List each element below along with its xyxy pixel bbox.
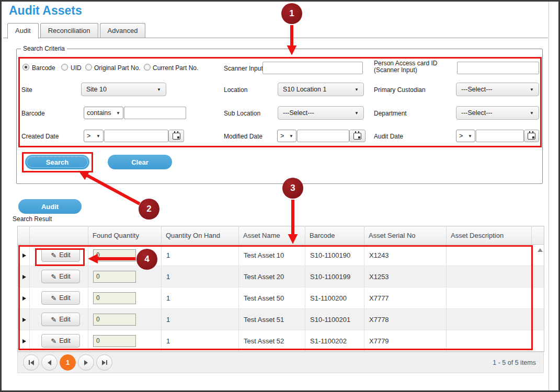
search-result-table: Found Quantity Quantity On Hand Asset Na… xyxy=(17,226,544,352)
table-row: ✎Edit 1 Test Asset 50 S1-1100200 X7777 xyxy=(18,287,544,309)
created-date-operator-select[interactable]: > ▼ xyxy=(84,130,104,142)
header-found-quantity[interactable]: Found Quantity xyxy=(88,226,162,245)
cell-quantity-on-hand: 1 xyxy=(162,287,239,309)
cell-asset-serial-no: X7779 xyxy=(364,330,447,352)
row-expand-icon[interactable] xyxy=(22,339,26,343)
calendar-icon xyxy=(353,133,361,140)
pager-next-button[interactable] xyxy=(78,354,94,371)
found-quantity-input[interactable] xyxy=(93,335,136,347)
header-asset-serial-no[interactable]: Asset Serial No xyxy=(364,226,447,245)
row-expand-icon[interactable] xyxy=(22,296,26,301)
audit-date-calendar-button[interactable] xyxy=(524,130,539,142)
cell-asset-description xyxy=(447,287,532,309)
edit-button[interactable]: ✎Edit xyxy=(41,313,80,326)
radio-barcode[interactable] xyxy=(22,64,29,71)
found-quantity-input[interactable] xyxy=(93,314,136,326)
chevron-down-icon: ▼ xyxy=(157,87,161,92)
next-arrow-icon xyxy=(102,360,106,365)
edit-button[interactable]: ✎Edit xyxy=(41,248,80,262)
annotation-circle-2: 2 xyxy=(139,199,159,220)
found-quantity-input[interactable] xyxy=(93,292,136,304)
barcode-field[interactable] xyxy=(124,107,186,119)
chevron-down-icon: ▼ xyxy=(355,111,359,116)
row-expand-icon[interactable] xyxy=(22,275,26,279)
scanner-input-field[interactable] xyxy=(262,62,363,74)
next-arrow-icon xyxy=(84,360,88,365)
chevron-down-icon: ▼ xyxy=(355,87,359,92)
cell-barcode: S1-1100200 xyxy=(305,287,364,309)
cell-barcode: S10-1100201 xyxy=(305,309,364,330)
header-quantity-on-hand[interactable]: Quantity On Hand xyxy=(162,226,239,245)
first-page-icon xyxy=(29,360,30,365)
header-asset-description[interactable]: Asset Description xyxy=(447,226,532,245)
header-asset-name[interactable]: Asset Name xyxy=(239,226,305,245)
audit-assets-page: Audit Assets Audit Reconciliation Advanc… xyxy=(0,0,560,392)
modified-date-operator-select[interactable]: > ▼ xyxy=(277,130,296,142)
audit-button[interactable]: Audit xyxy=(18,199,82,214)
pencil-icon: ✎ xyxy=(51,251,56,259)
pencil-icon: ✎ xyxy=(51,337,56,345)
person-access-card-field[interactable] xyxy=(457,62,539,74)
cell-asset-name: Test Asset 50 xyxy=(239,287,305,309)
created-date-field[interactable] xyxy=(104,130,168,142)
search-criteria-legend: Search Criteria xyxy=(21,45,67,52)
radio-original-part-no[interactable] xyxy=(85,64,92,71)
radio-current-part-no-label: Current Part No. xyxy=(153,64,198,72)
annotation-circle-4: 4 xyxy=(136,249,157,270)
pager-page-1-button[interactable]: 1 xyxy=(60,354,76,371)
edit-button[interactable]: ✎Edit xyxy=(41,270,80,283)
edit-button-label: Edit xyxy=(59,337,71,344)
pager-first-button[interactable] xyxy=(23,354,39,371)
pencil-icon: ✎ xyxy=(51,294,56,302)
page-title: Audit Assets xyxy=(9,4,82,18)
modified-date-calendar-button[interactable] xyxy=(349,130,365,142)
clear-button[interactable]: Clear xyxy=(108,155,172,169)
row-expand-icon[interactable] xyxy=(22,253,26,258)
department-select[interactable]: ---Select--- ▼ xyxy=(456,106,539,120)
radio-uid[interactable] xyxy=(61,64,68,71)
radio-current-part-no[interactable] xyxy=(144,64,151,71)
chevron-down-icon: ▼ xyxy=(116,111,120,116)
pager-prev-button[interactable] xyxy=(41,354,58,371)
annotation-circle-1: 1 xyxy=(281,3,302,24)
audit-date-label: Audit Date xyxy=(374,133,403,140)
location-select[interactable]: S10 Location 1 ▼ xyxy=(278,83,364,96)
tab-advanced[interactable]: Advanced xyxy=(100,23,146,38)
cell-asset-description xyxy=(447,266,532,287)
found-quantity-input[interactable] xyxy=(93,271,136,283)
edit-button-label: Edit xyxy=(59,316,71,323)
scroll-up-icon[interactable] xyxy=(538,248,543,252)
cell-asset-name: Test Asset 52 xyxy=(239,330,305,352)
table-row: ✎Edit 1 Test Asset 10 S10-1100190 X1243 xyxy=(18,245,544,266)
audit-date-operator-select[interactable]: > ▼ xyxy=(456,130,475,142)
edit-button[interactable]: ✎Edit xyxy=(41,334,80,348)
header-barcode[interactable]: Barcode xyxy=(305,226,364,245)
table-header-row: Found Quantity Quantity On Hand Asset Na… xyxy=(18,226,544,245)
person-access-card-label-line2: (Scanner Input) xyxy=(374,67,437,74)
site-select[interactable]: Site 10 ▼ xyxy=(81,83,166,96)
tab-reconciliation[interactable]: Reconciliation xyxy=(40,23,98,38)
table-row: ✎Edit 1 Test Asset 20 S10-1100199 X1253 xyxy=(18,266,544,287)
row-expand-icon[interactable] xyxy=(22,318,26,322)
scanner-input-label: Scanner Input xyxy=(224,65,263,72)
pager-summary: 1 - 5 of 5 items xyxy=(493,359,536,366)
search-button[interactable]: Search xyxy=(25,155,89,169)
cell-asset-serial-no: X1253 xyxy=(364,266,447,287)
sub-location-select[interactable]: ---Select--- ▼ xyxy=(278,106,364,120)
audit-date-field[interactable] xyxy=(476,130,524,142)
table-row: ✎Edit 1 Test Asset 52 S1-1100202 X7779 xyxy=(18,330,544,352)
cell-barcode: S10-1100190 xyxy=(305,245,364,266)
primary-custodian-select[interactable]: ---Select--- ▼ xyxy=(456,83,539,96)
cell-asset-description xyxy=(447,330,532,352)
barcode-operator-select[interactable]: contains ▼ xyxy=(84,107,123,119)
created-date-calendar-button[interactable] xyxy=(168,130,184,142)
found-quantity-input[interactable] xyxy=(93,249,136,261)
modified-date-field[interactable] xyxy=(297,130,349,142)
header-scroll-spacer xyxy=(532,226,544,245)
radio-original-part-no-label: Original Part No. xyxy=(94,64,141,72)
cell-barcode: S1-1100202 xyxy=(305,330,364,352)
edit-button[interactable]: ✎Edit xyxy=(41,291,80,305)
tab-audit[interactable]: Audit xyxy=(7,23,39,39)
pager-last-button[interactable] xyxy=(96,354,112,371)
cell-asset-serial-no: X1243 xyxy=(364,245,447,266)
